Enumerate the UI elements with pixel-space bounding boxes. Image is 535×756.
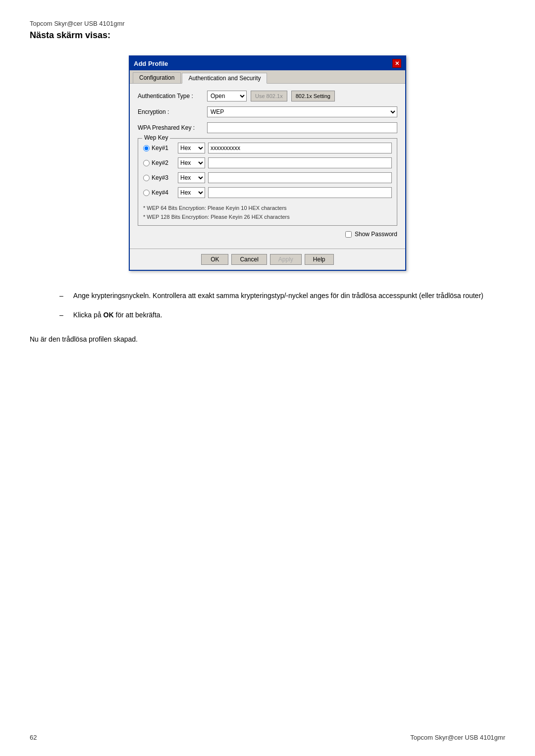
key4-row: Key#4 Hex (143, 187, 392, 198)
encryption-select[interactable]: WEP (207, 106, 397, 117)
key2-input[interactable] (208, 157, 392, 168)
dialog-wrapper: Add Profile ✕ Configuration Authenticati… (30, 55, 505, 271)
wpa-key-row: WPA Preshared Key : (138, 122, 397, 133)
encryption-label: Encryption : (138, 108, 207, 115)
footer-brand: Topcom Skyr@cer USB 4101gmr (410, 734, 505, 741)
profile-created-text: Nu är den trådlösa profilen skapad. (30, 335, 505, 343)
key3-radio-label[interactable]: Key#3 (143, 174, 178, 181)
list-item-1: – Ange krypteringsnyckeln. Kontrollera a… (59, 291, 505, 301)
ok-button[interactable]: OK (201, 254, 228, 265)
key2-label: Key#2 (152, 159, 168, 166)
add-profile-dialog: Add Profile ✕ Configuration Authenticati… (129, 55, 406, 271)
wep-notes: * WEP 64 Bits Encryption: Please Keyin 1… (143, 204, 392, 221)
auth-type-select[interactable]: Open (207, 91, 247, 101)
wep-note-line1: * WEP 64 Bits Encryption: Please Keyin 1… (143, 204, 392, 213)
key1-radio[interactable] (143, 145, 150, 151)
dialog-title: Add Profile (134, 60, 168, 67)
key4-input[interactable] (208, 187, 392, 198)
key2-radio[interactable] (143, 160, 150, 166)
encryption-controls: WEP (207, 106, 397, 117)
key4-label: Key#4 (152, 189, 168, 196)
auth-type-controls: Open Use 802.1x 802.1x Setting (207, 91, 397, 101)
bullet-text-2: Klicka på OK för att bekräfta. (73, 310, 162, 320)
instruction-list: – Ange krypteringsnyckeln. Kontrollera a… (59, 291, 505, 320)
key3-row: Key#3 Hex (143, 172, 392, 183)
key2-radio-label[interactable]: Key#2 (143, 159, 178, 166)
wpa-key-controls (207, 122, 397, 133)
auth-type-label: Authentication Type : (138, 93, 207, 100)
encryption-row: Encryption : WEP (138, 106, 397, 117)
dialog-close-button[interactable]: ✕ (392, 59, 401, 68)
key4-radio[interactable] (143, 190, 150, 196)
key4-radio-label[interactable]: Key#4 (143, 189, 178, 196)
dash-2: – (59, 310, 63, 320)
key1-input[interactable] (208, 143, 392, 153)
802-setting-button[interactable]: 802.1x Setting (291, 91, 335, 101)
dialog-body: Authentication Type : Open Use 802.1x 80… (130, 84, 405, 249)
apply-button[interactable]: Apply (270, 254, 302, 265)
dialog-tabs: Configuration Authentication and Securit… (130, 70, 405, 84)
page-footer: 62 Topcom Skyr@cer USB 4101gmr (30, 734, 505, 741)
wep-group-legend: Wep Key (142, 134, 170, 141)
tab-authentication-security[interactable]: Authentication and Security (182, 73, 267, 84)
key1-type-select[interactable]: Hex (178, 143, 205, 153)
wep-note-line2: * WEP 128 Bits Encryption: Please Keyin … (143, 213, 392, 222)
bullet-text-1: Ange krypteringsnyckeln. Kontrollera att… (73, 291, 483, 301)
tab-configuration[interactable]: Configuration (133, 72, 181, 83)
key1-radio-label[interactable]: Key#1 (143, 145, 178, 151)
show-password-checkbox[interactable] (345, 231, 352, 238)
page-header-title: Topcom Skyr@cer USB 4101gmr (30, 20, 505, 27)
use-802-button[interactable]: Use 802.1x (251, 91, 287, 101)
page-number: 62 (30, 734, 37, 741)
key2-row: Key#2 Hex (143, 157, 392, 168)
key3-radio[interactable] (143, 175, 150, 181)
wep-key-group: Wep Key Key#1 Hex Key#2 (138, 138, 397, 226)
wpa-key-input[interactable] (207, 122, 397, 133)
dash-1: – (59, 291, 63, 301)
dialog-titlebar: Add Profile ✕ (130, 56, 405, 70)
key3-input[interactable] (208, 172, 392, 183)
cancel-button[interactable]: Cancel (231, 254, 267, 265)
dialog-footer: OK Cancel Apply Help (130, 249, 405, 270)
list-item-2: – Klicka på OK för att bekräfta. (59, 310, 505, 320)
show-password-label: Show Password (355, 231, 397, 238)
key3-label: Key#3 (152, 174, 168, 181)
help-button[interactable]: Help (305, 254, 334, 265)
page-subtitle: Nästa skärm visas: (30, 30, 505, 41)
key3-type-select[interactable]: Hex (178, 172, 205, 183)
key2-type-select[interactable]: Hex (178, 157, 205, 168)
wpa-key-label: WPA Preshared Key : (138, 124, 207, 131)
key4-type-select[interactable]: Hex (178, 187, 205, 198)
key1-label: Key#1 (152, 145, 168, 151)
auth-type-row: Authentication Type : Open Use 802.1x 80… (138, 91, 397, 101)
key1-row: Key#1 Hex (143, 143, 392, 153)
show-password-row: Show Password (138, 231, 397, 238)
